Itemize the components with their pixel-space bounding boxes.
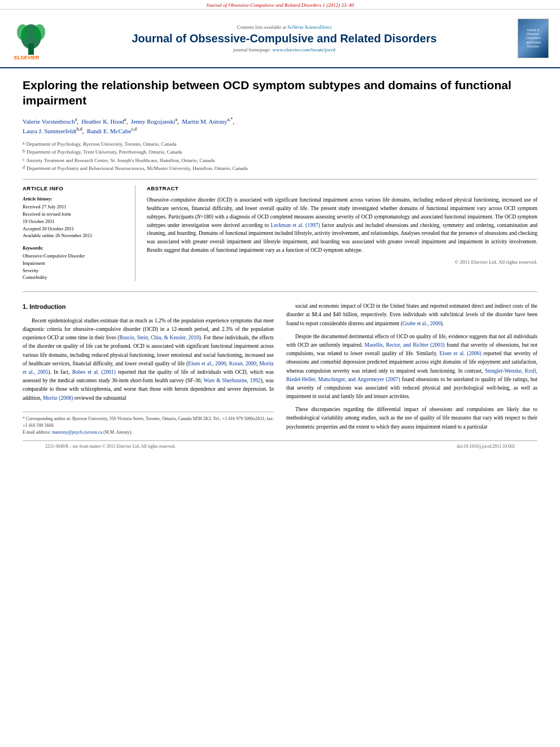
ruscio-ref[interactable]: Ruscio, Stein, Chiu, & Kessler, 2010 [119,335,199,340]
svg-point-3 [34,24,45,40]
journal-thumbnail: Journal ofObsessive-Compulsiveand Relate… [518,19,549,58]
affil-b: bDepartment of Psychology, Trent Univers… [23,148,537,156]
masellis-ref[interactable]: Masellis, Rector, and Richter (2003) [365,342,445,348]
bottom-footer: 2211-3649/$ – see front matter © 2011 El… [23,440,537,452]
journal-title-block: Contents lists available at SciVerse Sci… [61,24,508,53]
abstract-column: ABSTRACT Obsessive–compulsive disorder (… [147,185,537,281]
doi-line: doi:10.1016/j.jocrd.2011.10.002 [457,444,515,449]
svg-text:ELSEVIER: ELSEVIER [14,55,40,60]
article-info-column: ARTICLE INFO Article history: Received 2… [23,185,135,281]
bobes-ref[interactable]: Bobes et al. (2001) [72,369,116,375]
keyword-3: Severity [23,267,127,274]
homepage-url[interactable]: www.elsevier.com/locate/jocrd [273,47,335,53]
intro-heading: 1. Introduction [23,302,274,312]
journal-homepage: journal homepage: www.elsevier.com/locat… [61,47,508,53]
intro-para-1: Recent epidemiological studies estimate … [23,317,274,403]
journal-citation: Journal of Obsessive-Compulsive and Rela… [206,2,354,8]
eisen-ref-2[interactable]: Eisen et al. (2006) [440,351,482,356]
keyword-2: Impairment [23,260,127,267]
right-para-3: These discrepancies regarding the differ… [286,405,537,431]
author-hood: Heather K. Hood [82,117,124,124]
main-content: Exploring the relationship between OCD s… [0,68,560,463]
authors-line: Valerie Vorstenboscha, Heather K. Hooda,… [23,116,537,136]
affil-d: dDepartment of Psychiatry and Behavioura… [23,164,537,172]
copyright: © 2011 Elsevier Ltd. All rights reserved… [147,259,537,265]
article-info-heading: ARTICLE INFO [23,185,127,191]
received-date: Received 27 July 2011 [23,203,127,211]
body-left-column: 1. Introduction Recent epidemiological s… [23,302,274,436]
article-title: Exploring the relationship between OCD s… [23,77,537,108]
available-date: Available online 26 November 2011 [23,232,127,239]
journal-header: ELSEVIER Contents lists available at Sci… [0,10,560,68]
moritz-2008-ref[interactable]: Moritz (2008) [43,395,73,401]
keywords-label: Keywords: [23,245,127,251]
abstract-heading: ABSTRACT [147,185,537,191]
top-journal-bar: Journal of Obsessive-Compulsive and Rela… [0,0,560,10]
email-link[interactable]: mantony@psych.ryerson.ca [52,430,102,435]
author-rogojanski: Jenny Rogojanski [131,117,176,124]
author-antony: Martin M. Antony [182,117,227,124]
koran-ref[interactable]: Koran, 2000 [229,361,256,366]
history-label: Article history: [23,196,127,202]
section-divider [23,291,537,292]
keyword-4: Comorbidity [23,274,127,281]
sciverse-line: Contents lists available at SciVerse Sci… [61,24,508,30]
affiliations: aDepartment of Psychology, Ryerson Unive… [23,140,537,173]
body-text-section: 1. Introduction Recent epidemiological s… [23,302,537,436]
footnote-star: * Corresponding author at: Ryerson Unive… [23,416,274,429]
ware-ref[interactable]: Ware & Sherbourne, 1992 [203,378,260,383]
grabe-ref[interactable]: Grabe et al., 2000 [403,321,441,326]
affil-a: aDepartment of Psychology, Ryerson Unive… [23,140,537,148]
body-right-column: social and economic impact of OCD in the… [286,302,537,436]
stengler-ref[interactable]: Stengler-Wenzke, Kroll, Riedel-Heller, M… [286,368,537,382]
info-abstract-section: ARTICLE INFO Article history: Received 2… [23,179,537,281]
issn-line: 2211-3649/$ – see front matter © 2011 El… [45,444,176,449]
sciverse-link[interactable]: SciVerse ScienceDirect [287,24,331,30]
author-vorstenbosch: Valerie Vorstenbosch [23,117,75,124]
footnote-email: E-mail address: mantony@psych.ryerson.ca… [23,429,274,436]
elsevier-logo: ELSEVIER [11,15,51,62]
leckman-ref[interactable]: Leckman et al. (1997) [271,222,320,228]
abstract-text: Obsessive–compulsive disorder (OCD) is a… [147,196,537,254]
author-mccabe: Randi E. McCabe [87,127,132,134]
footnote-area: * Corresponding author at: Ryerson Unive… [23,412,274,436]
svg-point-2 [17,24,28,40]
journal-title: Journal of Obsessive-Compulsive and Rela… [61,32,508,45]
keyword-1: Obsessive-Compulsive Disorder [23,252,127,260]
author-summerfeldt: Laura J. Summerfeldt [23,127,77,134]
eisen-ref-1[interactable]: Eisen et al., 2006 [188,361,226,366]
right-para-2: Despite the documented detrimental effec… [286,333,537,401]
revised-date: Received in revised form Received in rev… [23,211,127,225]
affil-c: cAnxiety Treatment and Research Centre, … [23,156,537,164]
right-para-1: social and economic impact of OCD in the… [286,302,537,328]
keywords-section: Keywords: Obsessive-Compulsive Disorder … [23,245,127,281]
accepted-date: Accepted 20 October 2011 [23,225,127,233]
